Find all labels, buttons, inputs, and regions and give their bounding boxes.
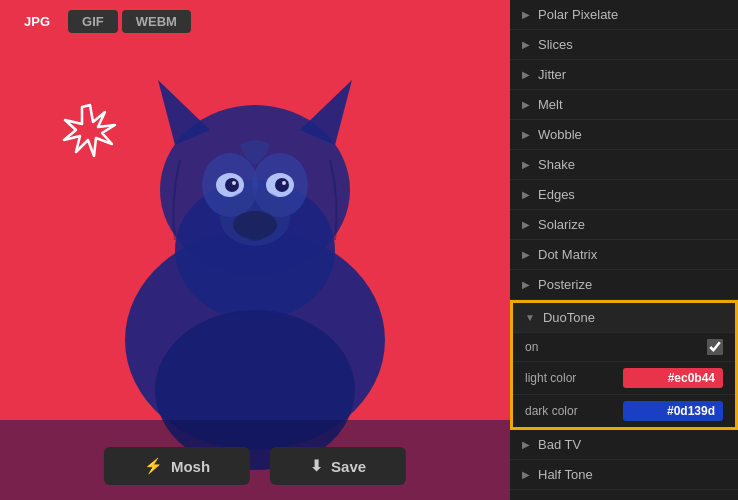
expand-arrow-icon: ▶ xyxy=(522,39,530,50)
svg-point-11 xyxy=(275,178,289,192)
filter-item-half-tone[interactable]: ▶ Half Tone xyxy=(510,460,738,490)
save-label: Save xyxy=(331,458,366,475)
duotone-light-row: light color #ec0b44 xyxy=(513,361,735,394)
canvas-area xyxy=(0,0,510,500)
download-icon: ⬇ xyxy=(310,457,323,475)
filter-label: Slices xyxy=(538,37,573,52)
duotone-expand-arrow-icon: ▼ xyxy=(525,312,535,323)
svg-point-13 xyxy=(282,181,286,185)
duotone-on-row: on xyxy=(513,332,735,361)
duotone-dark-value: #0d139d xyxy=(595,401,723,421)
light-color-swatch[interactable]: #ec0b44 xyxy=(623,368,723,388)
svg-point-12 xyxy=(232,181,236,185)
mosh-button[interactable]: ⚡ Mosh xyxy=(104,447,250,485)
filter-label: Edges xyxy=(538,187,575,202)
filter-item-polar-pixelate[interactable]: ▶ Polar Pixelate xyxy=(510,0,738,30)
duotone-header[interactable]: ▼ DuoTone xyxy=(513,303,735,332)
dark-color-swatch[interactable]: #0d139d xyxy=(623,401,723,421)
format-bar: JPG GIF WEBM xyxy=(10,10,191,33)
filter-item-melt[interactable]: ▶ Melt xyxy=(510,90,738,120)
expand-arrow-icon: ▶ xyxy=(522,249,530,260)
expand-arrow-icon: ▶ xyxy=(522,279,530,290)
expand-arrow-icon: ▶ xyxy=(522,9,530,20)
filter-item-edges[interactable]: ▶ Edges xyxy=(510,180,738,210)
expand-arrow-icon: ▶ xyxy=(522,189,530,200)
filter-label: Bad TV xyxy=(538,437,581,452)
filter-label: Polar Pixelate xyxy=(538,7,618,22)
expand-arrow-icon: ▶ xyxy=(522,69,530,80)
svg-point-10 xyxy=(225,178,239,192)
svg-point-15 xyxy=(220,190,290,246)
gif-button[interactable]: GIF xyxy=(68,10,118,33)
expand-arrow-icon: ▶ xyxy=(522,129,530,140)
duotone-light-label: light color xyxy=(525,371,595,385)
duotone-light-value: #ec0b44 xyxy=(595,368,723,388)
filter-label: Half Tone xyxy=(538,467,593,482)
expand-arrow-icon: ▶ xyxy=(522,99,530,110)
filter-label: Melt xyxy=(538,97,563,112)
mosh-label: Mosh xyxy=(171,458,210,475)
filter-item-linocut[interactable]: ▶ Linocut xyxy=(510,490,738,500)
duotone-label: DuoTone xyxy=(543,310,595,325)
filter-label: Jitter xyxy=(538,67,566,82)
expand-arrow-icon: ▶ xyxy=(522,439,530,450)
filter-item-shake[interactable]: ▶ Shake xyxy=(510,150,738,180)
filter-item-solarize[interactable]: ▶ Solarize xyxy=(510,210,738,240)
expand-arrow-icon: ▶ xyxy=(522,219,530,230)
lightning-icon: ⚡ xyxy=(144,457,163,475)
bottom-buttons: ⚡ Mosh ⬇ Save xyxy=(104,447,406,485)
filter-item-wobble[interactable]: ▶ Wobble xyxy=(510,120,738,150)
dog-image xyxy=(0,0,510,500)
filter-item-dot-matrix[interactable]: ▶ Dot Matrix xyxy=(510,240,738,270)
canvas-panel: JPG GIF WEBM xyxy=(0,0,510,500)
duotone-on-value xyxy=(595,339,723,355)
filter-item-jitter[interactable]: ▶ Jitter xyxy=(510,60,738,90)
filter-item-bad-tv[interactable]: ▶ Bad TV xyxy=(510,430,738,460)
filter-label: Posterize xyxy=(538,277,592,292)
starburst-overlay xyxy=(60,100,120,160)
right-panel: ▶ Polar Pixelate ▶ Slices ▶ Jitter ▶ Mel… xyxy=(510,0,738,500)
duotone-section: ▼ DuoTone on light color #ec0b44 dark co… xyxy=(510,300,738,430)
duotone-dark-row: dark color #0d139d xyxy=(513,394,735,427)
filter-label: Dot Matrix xyxy=(538,247,597,262)
webm-button[interactable]: WEBM xyxy=(122,10,191,33)
filter-item-slices[interactable]: ▶ Slices xyxy=(510,30,738,60)
duotone-on-label: on xyxy=(525,340,595,354)
filter-label: Solarize xyxy=(538,217,585,232)
expand-arrow-icon: ▶ xyxy=(522,469,530,480)
filter-label: Shake xyxy=(538,157,575,172)
save-button[interactable]: ⬇ Save xyxy=(270,447,406,485)
duotone-body: on light color #ec0b44 dark color #0d139… xyxy=(513,332,735,427)
duotone-dark-label: dark color xyxy=(525,404,595,418)
duotone-on-checkbox[interactable] xyxy=(707,339,723,355)
filter-label: Wobble xyxy=(538,127,582,142)
filter-item-posterize[interactable]: ▶ Posterize xyxy=(510,270,738,300)
expand-arrow-icon: ▶ xyxy=(522,159,530,170)
jpg-button[interactable]: JPG xyxy=(10,10,64,33)
